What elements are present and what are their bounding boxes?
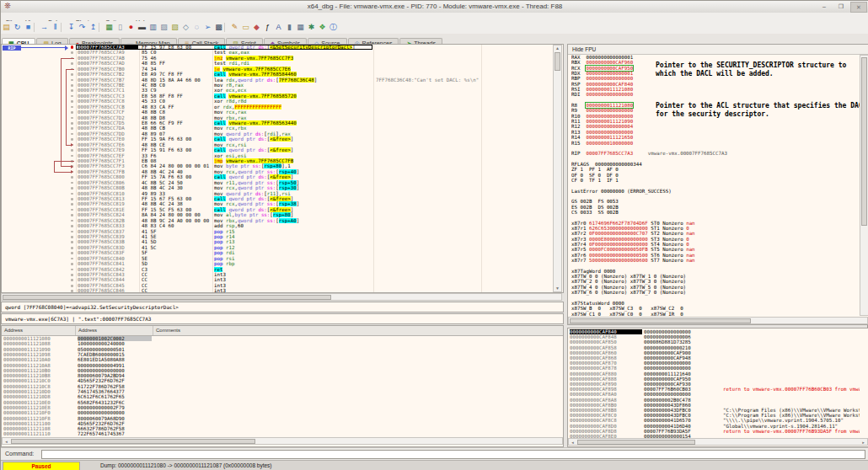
calculator-icon[interactable]: ▦ bbox=[295, 21, 306, 34]
row-bullet[interactable] bbox=[71, 231, 73, 233]
row-bullet[interactable] bbox=[71, 187, 73, 190]
registers-view[interactable]: RAX 0000000000000001RBX 0000000000CAF960… bbox=[571, 55, 860, 317]
strings-icon[interactable]: A bbox=[273, 21, 284, 34]
plugins-icon[interactable]: ❖ bbox=[317, 21, 328, 34]
disasm-horizontal-scrollbar[interactable] bbox=[1, 293, 562, 301]
row-bullet[interactable] bbox=[71, 252, 73, 254]
row-bullet[interactable] bbox=[71, 214, 73, 216]
row-bullet[interactable] bbox=[71, 263, 73, 265]
titlebar[interactable]: ❊ x64_dbg - File: vmware-vmx.exe - PID: … bbox=[1, 1, 868, 13]
window-title: x64_dbg - File: vmware-vmx.exe - PID: 77… bbox=[1, 3, 868, 10]
handles-icon[interactable]: ▮ bbox=[284, 21, 295, 34]
step-into-icon[interactable]: ↧ bbox=[66, 21, 77, 34]
disasm-vertical-scrollbar[interactable]: ▲ ▼ bbox=[553, 45, 562, 292]
command-label: Command: bbox=[5, 451, 34, 457]
row-bullet[interactable] bbox=[71, 95, 73, 98]
comment-icon[interactable]: ✎ bbox=[229, 21, 240, 34]
label-icon[interactable]: ▭ bbox=[240, 21, 251, 34]
breakpoint-icon[interactable]: ● bbox=[126, 21, 137, 34]
settings-icon[interactable]: ✱ bbox=[306, 21, 317, 34]
disasm-row[interactable]: 00007FF7685CC846CCint3 bbox=[2, 288, 553, 292]
row-bullet[interactable] bbox=[71, 198, 73, 200]
row-bullet[interactable] bbox=[71, 182, 73, 184]
breakpoint-dot[interactable] bbox=[71, 45, 73, 48]
row-bullet[interactable] bbox=[71, 285, 73, 287]
row-bullet[interactable] bbox=[71, 247, 73, 249]
hide-fpu-button[interactable]: Hide FPU bbox=[568, 45, 868, 55]
row-bullet[interactable] bbox=[71, 133, 73, 136]
status-paused-badge: Paused bbox=[3, 462, 80, 470]
row-bullet[interactable] bbox=[71, 100, 73, 103]
row-bullet[interactable] bbox=[71, 290, 73, 292]
functions-icon[interactable]: ƒ bbox=[262, 21, 273, 34]
maximize-button[interactable]: ❐ bbox=[833, 2, 849, 11]
row-bullet[interactable] bbox=[71, 138, 73, 141]
row-bullet[interactable] bbox=[71, 106, 73, 109]
register-line[interactable]: x87SW_C1 0 x87SW_C0 0 x87SW_IR 0 bbox=[571, 312, 860, 317]
command-input[interactable] bbox=[41, 450, 865, 459]
source-icon[interactable]: ◇ bbox=[180, 21, 191, 34]
row-bullet[interactable] bbox=[71, 149, 73, 152]
row-bullet[interactable] bbox=[71, 79, 73, 82]
row-bullet[interactable] bbox=[71, 220, 73, 222]
disassembly-view[interactable]: 00007FF7685CC7A3FF 15 97 E8 63 00call qw… bbox=[2, 45, 553, 292]
stop-icon[interactable]: ■ bbox=[23, 21, 34, 34]
row-bullet[interactable] bbox=[71, 51, 73, 54]
close-button[interactable]: ✕ bbox=[850, 2, 867, 13]
about-icon[interactable]: ⓘ bbox=[328, 21, 339, 34]
eraser-icon[interactable]: ◆ bbox=[251, 21, 262, 34]
row-bullet[interactable] bbox=[71, 127, 73, 130]
registers-horizontal-scrollbar[interactable] bbox=[568, 317, 868, 324]
minimize-button[interactable]: – bbox=[817, 2, 832, 11]
step-over-icon[interactable]: ↷ bbox=[77, 21, 88, 34]
memory-map-icon[interactable]: ▥ bbox=[147, 21, 158, 34]
step-out-icon[interactable]: ↥ bbox=[88, 21, 99, 34]
jump-line bbox=[54, 172, 71, 173]
row-bullet[interactable] bbox=[71, 269, 73, 271]
log-window-icon[interactable]: ▯ bbox=[115, 21, 126, 34]
row-bullet[interactable] bbox=[71, 225, 73, 227]
row-bullet[interactable] bbox=[71, 209, 73, 211]
row-bullet[interactable] bbox=[71, 176, 73, 179]
restart-icon[interactable]: ↻ bbox=[12, 21, 23, 34]
row-bullet[interactable] bbox=[71, 73, 73, 76]
disasm-instruction: int3 bbox=[214, 288, 372, 292]
dump-header-address1[interactable]: Address bbox=[2, 326, 76, 335]
row-bullet[interactable] bbox=[71, 258, 73, 260]
row-bullet[interactable] bbox=[71, 203, 73, 206]
dash-icon[interactable]: ▬ bbox=[137, 21, 147, 34]
row-bullet[interactable] bbox=[71, 274, 73, 276]
jump-arrowhead bbox=[71, 143, 73, 147]
row-bullet[interactable] bbox=[71, 117, 73, 120]
row-bullet[interactable] bbox=[71, 122, 73, 125]
dump-row[interactable]: 0000000011121110722F657461745367 bbox=[2, 431, 563, 436]
open-file-icon[interactable]: ▤ bbox=[1, 21, 12, 34]
statusbar: Paused Dump: 0000000011121080 -> 0000000… bbox=[1, 460, 868, 470]
row-bullet[interactable] bbox=[71, 241, 73, 243]
row-bullet[interactable] bbox=[71, 193, 73, 195]
row-bullet[interactable] bbox=[71, 155, 73, 158]
row-bullet[interactable] bbox=[71, 89, 73, 92]
cpu-window-icon[interactable]: ▦ bbox=[104, 21, 115, 34]
panel-splitter[interactable] bbox=[564, 44, 567, 447]
row-bullet[interactable] bbox=[71, 62, 73, 65]
run-icon[interactable]: → bbox=[39, 21, 50, 34]
dump-header-comments[interactable]: Comments bbox=[153, 326, 561, 335]
dump-header-address2[interactable]: Address bbox=[76, 326, 153, 335]
script-icon[interactable]: ▧ bbox=[169, 21, 180, 34]
disasm-address: 00007FF7685CC846 bbox=[78, 288, 138, 292]
call-stack-icon[interactable]: ▨ bbox=[158, 21, 169, 34]
row-bullet[interactable] bbox=[71, 84, 73, 87]
references-icon[interactable]: ➢ bbox=[202, 21, 213, 34]
dump-horizontal-scrollbar[interactable]: ◂ bbox=[2, 437, 563, 445]
x64dbg-window: ❊ x64_dbg - File: vmware-vmx.exe - PID: … bbox=[0, 0, 868, 470]
row-bullet[interactable] bbox=[71, 111, 73, 114]
stack-horizontal-scrollbar[interactable]: ◂ ▸ bbox=[568, 438, 868, 446]
rip-marker: RIP bbox=[3, 45, 21, 51]
pause-icon[interactable]: ‖ bbox=[50, 21, 61, 34]
threads-icon[interactable]: ▩ bbox=[213, 21, 224, 34]
row-bullet[interactable] bbox=[71, 236, 73, 238]
registers-vertical-scrollbar[interactable] bbox=[860, 55, 868, 316]
row-bullet[interactable] bbox=[71, 279, 73, 281]
search-icon[interactable]: ◌ bbox=[191, 21, 202, 34]
